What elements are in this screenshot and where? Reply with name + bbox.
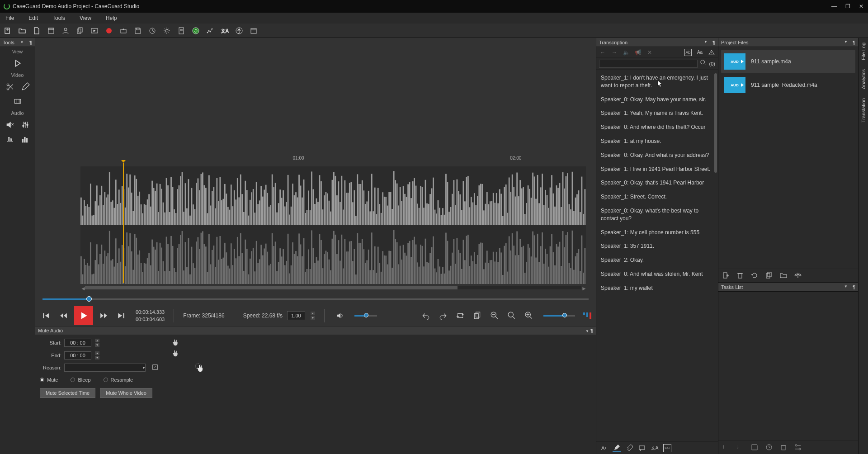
speed-spinner[interactable]: ▲▼ [311, 311, 315, 320]
transcription-entry[interactable]: Speaker_0: And where did this theft? Occ… [601, 123, 713, 131]
record-icon[interactable] [105, 27, 113, 35]
skip-end-button[interactable] [115, 307, 127, 325]
new-file-icon[interactable] [4, 27, 12, 35]
cc-icon[interactable]: CC [663, 444, 671, 452]
bars-icon[interactable] [21, 135, 30, 144]
menu-tools[interactable]: Tools [52, 15, 65, 21]
transcription-entry[interactable]: Speaker_0: Okay, that's 1941 Pearl Harbo… [601, 179, 713, 187]
dropdown-icon[interactable]: ▼ [585, 329, 589, 333]
duplicate-icon[interactable] [765, 272, 774, 280]
attachment-icon[interactable] [625, 444, 633, 452]
transcription-entry[interactable]: Speaker_0: Okay. May have your name, sir… [601, 96, 713, 104]
document-icon[interactable] [33, 27, 41, 35]
highlighter-icon[interactable] [613, 444, 621, 452]
resample-radio[interactable]: Resample [104, 377, 133, 383]
save-task-icon[interactable] [751, 444, 759, 452]
pin-icon[interactable]: ¶ [590, 328, 593, 333]
dropdown-icon[interactable]: ▼ [704, 40, 708, 45]
redo-icon[interactable] [437, 307, 449, 325]
graph-icon[interactable] [206, 27, 214, 35]
copy-region-icon[interactable] [471, 307, 484, 325]
play-preview-icon[interactable] [90, 27, 99, 35]
play-button[interactable] [74, 306, 93, 325]
transcription-entry[interactable]: Speaker_1: Yeah, My name is Travis Kent. [601, 109, 713, 117]
settings-task-icon[interactable] [794, 444, 802, 452]
add-layer-icon[interactable] [119, 27, 127, 35]
save-icon[interactable] [134, 27, 142, 35]
transcription-entry[interactable]: Speaker_1: 357 1911. [601, 242, 713, 250]
start-spinner[interactable]: ▲▼ [95, 338, 99, 347]
delete-icon[interactable] [736, 272, 745, 280]
dropdown-icon[interactable]: ▼ [844, 284, 848, 290]
transcription-entry[interactable]: Speaker_0: Okay. And what is your addres… [601, 151, 713, 159]
zoom-out-icon[interactable] [488, 307, 501, 325]
refresh-icon[interactable] [751, 272, 759, 280]
tab-file-log[interactable]: File Log [860, 40, 867, 63]
compare-icon[interactable] [794, 272, 802, 280]
set-point-cursor-icon[interactable] [193, 362, 206, 374]
hand-pick-end-icon[interactable] [172, 349, 180, 357]
text-format-icon[interactable]: AT [600, 444, 608, 452]
transcription-entry[interactable]: Speaker_2: Okay. [601, 256, 713, 264]
move-up-icon[interactable]: ↑ [722, 444, 730, 452]
mute-radio[interactable]: Mute [40, 377, 58, 383]
accessibility-icon[interactable] [235, 27, 243, 35]
bleep-radio[interactable]: Bleep [71, 377, 90, 383]
zoom-reset-icon[interactable] [505, 307, 518, 325]
history-task-icon[interactable] [765, 444, 774, 452]
pin-icon[interactable]: ¶ [29, 40, 32, 45]
rewind-button[interactable] [57, 307, 70, 325]
warning-icon[interactable] [708, 49, 715, 56]
project-file-item[interactable]: AUD911 sample.m4a [721, 50, 855, 73]
speed-input[interactable] [287, 311, 305, 320]
copy-icon[interactable] [76, 27, 84, 35]
transcription-body[interactable]: Speaker_1: I don't have an emergency. I … [596, 70, 718, 441]
archive-icon[interactable] [47, 27, 55, 35]
refresh-green-icon[interactable] [192, 27, 200, 35]
transcription-scrollbar[interactable] [714, 73, 717, 173]
skip-start-button[interactable] [40, 307, 52, 325]
transcription-entry[interactable]: Speaker_0: And what was stolen, Mr. Kent [601, 270, 713, 278]
close-button[interactable]: ✕ [858, 3, 864, 9]
translate-icon[interactable]: 文A [221, 27, 229, 35]
hand-pick-start-icon[interactable] [172, 338, 180, 346]
scissors-icon[interactable] [5, 82, 14, 91]
phone-wave-icon[interactable] [5, 135, 14, 144]
next-result-icon[interactable]: → [611, 49, 618, 56]
history-icon[interactable] [148, 27, 156, 35]
undo-icon[interactable] [420, 307, 432, 325]
transcription-entry[interactable]: Speaker_1: Street. Correct. [601, 193, 713, 201]
move-down-icon[interactable]: ↓ [736, 444, 745, 452]
waveform-channel-top[interactable] [80, 166, 586, 225]
waveform-h-scrollbar[interactable]: ◄ ► [80, 285, 586, 290]
menu-help[interactable]: Help [106, 15, 117, 21]
search-icon[interactable] [700, 60, 707, 67]
announce-icon[interactable]: 📢 [634, 49, 642, 56]
equalizer-icon[interactable] [21, 120, 30, 129]
zoom-slider[interactable] [543, 315, 575, 317]
tab-translation[interactable]: Translation [860, 95, 867, 125]
transcription-entry[interactable]: Speaker_1: at my house. [601, 137, 713, 145]
transcription-entry[interactable]: Speaker_1: My cell phone number is 555 [601, 229, 713, 236]
timeline-slider[interactable] [35, 296, 596, 305]
menu-edit[interactable]: Edit [28, 15, 38, 21]
tab-analytics[interactable]: Analytics [860, 66, 867, 92]
pin-icon[interactable]: ¶ [853, 40, 855, 45]
volume-icon[interactable] [334, 307, 346, 325]
edit-reason-icon[interactable] [152, 364, 158, 372]
mute-speaker-icon[interactable] [5, 120, 14, 129]
open-local-icon[interactable] [780, 272, 788, 280]
mute-selected-button[interactable]: Mute Selected Time [40, 388, 95, 398]
end-spinner[interactable]: ▲▼ [95, 351, 99, 360]
frame-icon[interactable] [13, 97, 22, 106]
dropdown-icon[interactable]: ▼ [844, 40, 848, 45]
menu-file[interactable]: File [5, 15, 14, 21]
report-icon[interactable] [177, 27, 185, 35]
comment-icon[interactable] [638, 444, 646, 452]
transcription-entry[interactable]: Speaker_1: my wallet [601, 284, 713, 292]
open-folder-icon[interactable] [18, 27, 26, 35]
translate-bottom-icon[interactable]: 文A [651, 444, 659, 452]
transcription-entry[interactable]: Speaker_0: Okay, what's the best way to … [601, 207, 713, 222]
highlight-box-icon[interactable]: Ab [684, 49, 692, 56]
start-time-input[interactable] [64, 339, 91, 347]
